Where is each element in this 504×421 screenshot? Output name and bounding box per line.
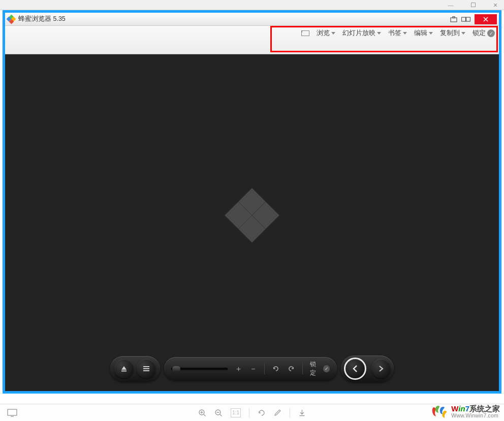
app-window: 蜂蜜浏览器 5.35 浏览 幻灯片放映 <box>3 10 501 394</box>
svg-rect-6 <box>143 368 149 369</box>
svg-rect-4 <box>121 371 127 372</box>
minimize-icon: — <box>448 2 454 8</box>
svg-rect-7 <box>143 370 149 371</box>
browse-label: 浏览 <box>317 29 330 38</box>
divider <box>264 363 265 374</box>
check-icon: ✓ <box>487 29 495 37</box>
fit-screen-icon <box>301 30 309 36</box>
lock-button[interactable]: 锁定 ✓ <box>472 29 495 38</box>
bookmark-label: 书签 <box>388 29 401 38</box>
watermark-brand: Win7系统之家 <box>451 405 500 413</box>
dualscreen-button[interactable] <box>460 15 471 24</box>
watermark: Win7系统之家 Www.Winwin7.com <box>431 404 500 419</box>
status-zoom-in-button[interactable] <box>198 409 206 417</box>
chevron-left-icon <box>351 364 359 373</box>
brand-cn: 系统之家 <box>469 404 500 413</box>
rotate-ccw-button[interactable] <box>272 365 280 373</box>
float-group-nav <box>341 355 394 382</box>
app-logo-icon <box>7 15 15 23</box>
chevron-down-icon <box>403 32 407 35</box>
app-title: 蜂蜜浏览器 5.35 <box>18 15 66 23</box>
next-button[interactable] <box>371 359 391 378</box>
maximize-icon <box>471 3 476 7</box>
status-zoom-out-button[interactable] <box>214 409 223 417</box>
status-actual-size-button[interactable]: 1:1 <box>231 408 241 417</box>
svg-rect-5 <box>143 366 149 367</box>
status-view-button[interactable] <box>7 409 17 417</box>
undo-icon <box>272 365 280 373</box>
browse-menu[interactable]: 浏览 <box>317 29 335 38</box>
rotate-cw-button[interactable] <box>287 365 295 373</box>
copyto-label: 复制到 <box>440 29 460 38</box>
snapshot-button[interactable] <box>448 15 459 24</box>
check-icon: ✓ <box>323 365 330 372</box>
chevron-down-icon <box>331 32 335 35</box>
menu-icon <box>142 365 150 372</box>
chevron-right-icon <box>377 365 385 373</box>
lock-label: 锁定 <box>472 29 486 38</box>
float-lock-button[interactable]: 锁定 ✓ <box>310 360 330 377</box>
placeholder-logo-icon <box>227 190 277 241</box>
magnify-minus-icon <box>214 409 223 417</box>
divider <box>249 408 249 417</box>
edit-menu[interactable]: 编辑 <box>414 29 433 38</box>
os-close-button[interactable]: × <box>489 1 502 10</box>
eject-button[interactable] <box>114 359 134 378</box>
toolbar: 浏览 幻灯片放映 书签 编辑 复制到 锁定 ✓ <box>5 26 499 54</box>
watermark-logo-icon <box>431 404 448 419</box>
eject-icon <box>120 365 128 373</box>
app-title-left: 蜂蜜浏览器 5.35 <box>7 15 66 23</box>
pencil-icon <box>274 409 281 416</box>
brand-in: in <box>458 404 465 413</box>
chevron-down-icon <box>429 32 433 35</box>
image-viewer-canvas[interactable]: ＋ － 锁定 ✓ <box>5 54 499 391</box>
ratio-label: 1:1 <box>232 410 239 415</box>
close-icon <box>483 16 489 22</box>
zoom-slider[interactable] <box>171 368 228 370</box>
zoom-in-button[interactable]: ＋ <box>235 364 242 374</box>
float-group-left <box>110 356 160 381</box>
close-icon: × <box>493 1 497 9</box>
magnify-plus-icon <box>198 409 206 417</box>
prev-button[interactable] <box>344 358 366 380</box>
slideshow-label: 幻灯片放映 <box>342 29 375 38</box>
zoom-out-button[interactable]: － <box>249 364 257 374</box>
redo-icon <box>287 365 295 373</box>
toolbar-menu: 浏览 幻灯片放映 书签 编辑 复制到 锁定 ✓ <box>301 29 495 38</box>
float-group-center: ＋ － 锁定 ✓ <box>164 357 337 380</box>
edit-label: 编辑 <box>414 29 427 38</box>
rotate-icon <box>258 409 266 417</box>
float-control-bar: ＋ － 锁定 ✓ <box>110 354 394 383</box>
status-download-button[interactable] <box>298 409 306 417</box>
status-edit-button[interactable] <box>274 409 281 416</box>
brand-w: W <box>451 404 458 413</box>
watermark-url: Www.Winwin7.com <box>451 413 500 419</box>
status-rotate-button[interactable] <box>258 409 266 417</box>
fit-screen-button[interactable] <box>301 30 309 36</box>
menu-list-button[interactable] <box>137 359 156 378</box>
status-center: 1:1 <box>198 408 306 417</box>
os-minimize-button[interactable]: — <box>444 1 457 10</box>
status-bar: 1:1 <box>0 404 504 421</box>
copyto-menu[interactable]: 复制到 <box>440 29 465 38</box>
svg-rect-8 <box>8 409 17 415</box>
divider <box>302 363 303 374</box>
svg-rect-3 <box>466 17 470 21</box>
screen-icon <box>7 409 17 417</box>
brand-7: 7 <box>465 404 469 413</box>
chevron-down-icon <box>377 32 381 35</box>
slideshow-menu[interactable]: 幻灯片放映 <box>342 29 381 38</box>
svg-rect-0 <box>451 18 457 22</box>
app-title-right <box>448 14 497 24</box>
svg-rect-2 <box>462 17 466 21</box>
divider <box>290 408 290 417</box>
os-maximize-button[interactable] <box>466 1 480 10</box>
app-close-button[interactable] <box>475 14 497 24</box>
download-icon <box>298 409 306 417</box>
bookmark-menu[interactable]: 书签 <box>388 29 407 38</box>
float-lock-label: 锁定 <box>310 360 321 377</box>
watermark-text: Win7系统之家 Www.Winwin7.com <box>451 405 500 419</box>
app-titlebar: 蜂蜜浏览器 5.35 <box>5 13 499 26</box>
svg-rect-1 <box>453 16 455 18</box>
chevron-down-icon <box>461 32 465 35</box>
